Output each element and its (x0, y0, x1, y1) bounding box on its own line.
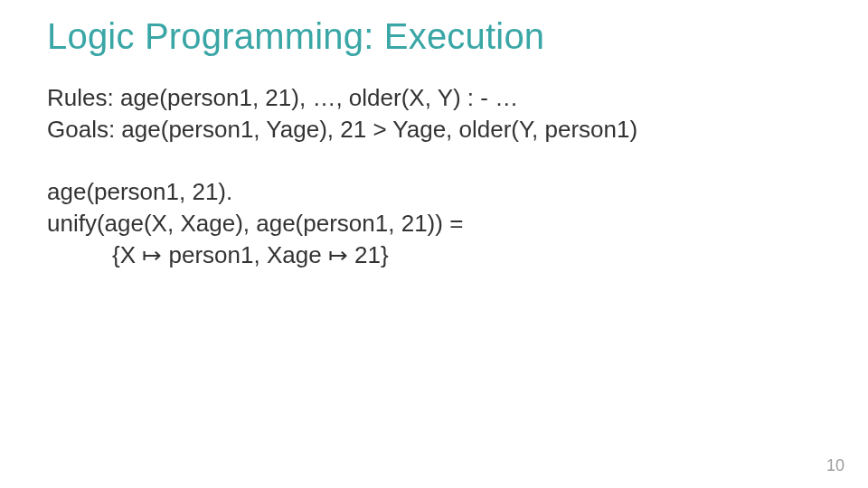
rules-goals-block: Rules: age(person1, 21), …, older(X, Y) … (47, 82, 832, 145)
slide-title: Logic Programming: Execution (47, 16, 832, 57)
slide-body: Rules: age(person1, 21), …, older(X, Y) … (47, 82, 832, 271)
goals-line: Goals: age(person1, Yage), 21 > Yage, ol… (47, 114, 832, 145)
fact-line: age(person1, 21). (47, 176, 832, 208)
page-number: 10 (826, 456, 844, 475)
rules-line: Rules: age(person1, 21), …, older(X, Y) … (47, 82, 832, 114)
slide: Logic Programming: Execution Rules: age(… (0, 0, 868, 488)
unify-line: unify(age(X, Xage), age(person1, 21)) = (47, 208, 832, 239)
substitution-line: {X ↦ person1, Xage ↦ 21} (47, 239, 832, 271)
unification-block: age(person1, 21). unify(age(X, Xage), ag… (47, 176, 832, 271)
